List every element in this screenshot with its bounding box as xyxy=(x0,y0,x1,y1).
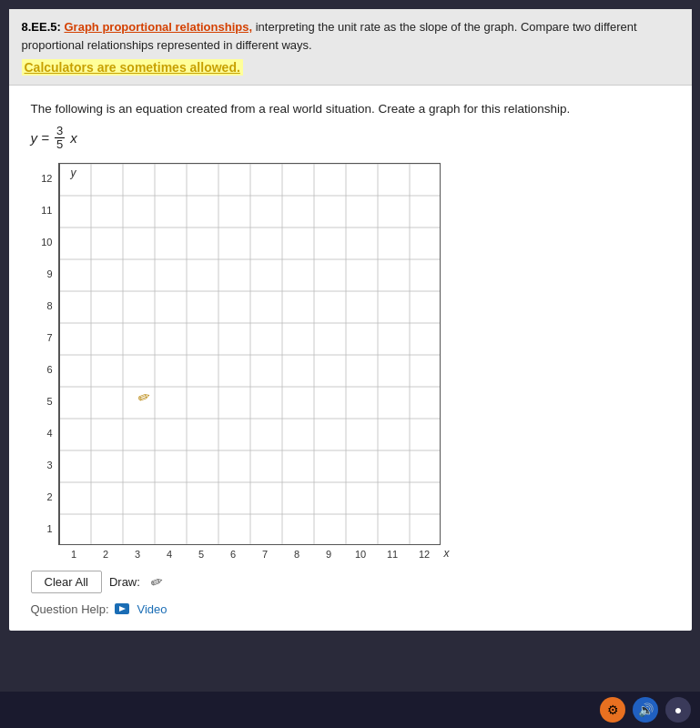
x-label-7: 7 xyxy=(249,549,281,560)
clear-all-button[interactable]: Clear All xyxy=(31,571,102,593)
x-label-6: 6 xyxy=(218,549,249,560)
content-area: The following is an equation created fro… xyxy=(9,86,692,631)
taskbar-icon-3[interactable]: ● xyxy=(665,697,691,723)
video-link[interactable]: Video xyxy=(137,602,167,616)
standard-code: 8.EE.5: xyxy=(22,20,61,34)
y-label-2: 2 xyxy=(33,481,53,513)
x-label-10: 10 xyxy=(345,549,377,560)
graph-wrapper: 121110987654321 y ✏ 123456789101112 x xyxy=(58,163,450,560)
y-label-1: 1 xyxy=(33,513,53,545)
taskbar-icon-2[interactable]: 🔊 xyxy=(633,697,658,723)
x-label-11: 11 xyxy=(377,549,409,560)
video-icon xyxy=(115,603,129,614)
taskbar-icon-1[interactable]: ⚙ xyxy=(600,697,625,723)
y-label-4: 4 xyxy=(33,418,53,450)
y-axis-labels: 121110987654321 xyxy=(33,163,53,545)
x-label-2: 2 xyxy=(90,549,122,560)
fraction-numerator: 3 xyxy=(55,125,65,138)
x-label-4: 4 xyxy=(154,549,186,560)
y-label-7: 7 xyxy=(33,322,53,354)
draw-label: Draw: xyxy=(109,575,140,589)
taskbar: ⚙ 🔊 ● xyxy=(0,692,700,728)
y-label-9: 9 xyxy=(33,258,53,290)
standard-topic: Graph proportional relationships, xyxy=(64,20,252,34)
graph-container: 121110987654321 y ✏ 123456789101112 x xyxy=(31,163,670,560)
y-label-5: 5 xyxy=(33,386,53,418)
x-label-3: 3 xyxy=(122,549,154,560)
x-axis-letter: x xyxy=(444,547,450,560)
fraction-denominator: 5 xyxy=(55,138,65,151)
y-label-8: 8 xyxy=(33,290,53,322)
fraction: 3 5 xyxy=(55,125,65,152)
equation-y: y = xyxy=(31,130,49,146)
help-label: Question Help: xyxy=(31,602,109,616)
graph-grid[interactable] xyxy=(58,163,441,545)
y-label-3: 3 xyxy=(33,450,53,481)
controls-row: Clear All Draw: ✏ xyxy=(31,571,670,593)
x-axis-row: 123456789101112 x xyxy=(58,547,450,560)
calculator-note: Calculators are sometimes allowed. xyxy=(22,59,243,76)
y-label-12: 12 xyxy=(33,163,53,195)
y-axis-letter: y xyxy=(71,167,76,179)
y-label-11: 11 xyxy=(33,195,53,227)
y-label-10: 10 xyxy=(33,227,53,258)
x-label-12: 12 xyxy=(409,549,441,560)
x-label-8: 8 xyxy=(281,549,313,560)
problem-description: The following is an equation created fro… xyxy=(31,102,670,116)
header-box: 8.EE.5: Graph proportional relationships… xyxy=(9,9,692,86)
x-axis-labels: 123456789101112 xyxy=(58,549,441,560)
x-label-1: 1 xyxy=(58,549,90,560)
standard-text: 8.EE.5: Graph proportional relationships… xyxy=(22,18,679,54)
question-help: Question Help: Video xyxy=(31,602,670,616)
equation-display: y = 3 5 x xyxy=(31,125,670,152)
x-label-5: 5 xyxy=(186,549,218,560)
equation-x: x xyxy=(70,130,77,146)
draw-icon[interactable]: ✏ xyxy=(148,571,166,592)
y-label-6: 6 xyxy=(33,354,53,386)
x-label-9: 9 xyxy=(313,549,345,560)
